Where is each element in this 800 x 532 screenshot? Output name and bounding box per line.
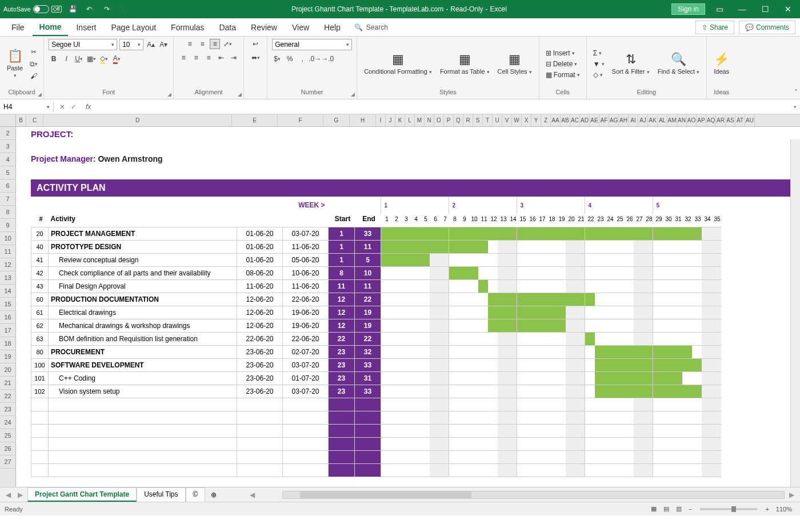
table-row[interactable]	[31, 437, 721, 450]
column-header[interactable]: D	[43, 114, 232, 126]
row-header[interactable]: 9	[0, 219, 15, 232]
redo-icon[interactable]: ↷▾	[102, 5, 115, 13]
tab-home[interactable]: Home	[33, 19, 69, 36]
italic-icon[interactable]: I	[61, 54, 71, 64]
table-row[interactable]	[31, 398, 721, 411]
page-break-view-icon[interactable]: ▥	[673, 505, 685, 513]
undo-icon[interactable]: ↶▾	[84, 5, 97, 13]
table-row[interactable]: 62Mechanical drawings & workshop drawing…	[31, 319, 721, 332]
font-launcher-icon[interactable]: ◢	[167, 91, 171, 97]
accounting-icon[interactable]: $▾	[272, 54, 282, 64]
table-row[interactable]: 20PROJECT MANAGEMENT01-06-2003-07-20133	[31, 227, 721, 240]
search-box[interactable]: 🔍 Search	[349, 23, 394, 31]
row-header[interactable]: 12	[0, 258, 15, 271]
cell-styles-button[interactable]: ▦Cell Styles ▾	[495, 51, 534, 77]
column-header[interactable]: AO	[687, 114, 697, 126]
fill-button[interactable]: ▼▾	[591, 59, 606, 69]
percent-icon[interactable]: %	[285, 54, 295, 64]
find-select-button[interactable]: 🔍Find & Select ▾	[655, 51, 702, 77]
grow-font-icon[interactable]: A▴	[146, 39, 156, 50]
autosave-toggle[interactable]: AutoSave Off	[3, 5, 62, 13]
underline-icon[interactable]: U▾	[74, 54, 84, 64]
column-header[interactable]: M	[415, 114, 425, 126]
column-header[interactable]: AC	[570, 114, 580, 126]
zoom-out-icon[interactable]: −	[685, 506, 695, 513]
row-header[interactable]: 10	[0, 232, 15, 245]
row-header[interactable]: 14	[0, 285, 15, 298]
row-header[interactable]: 23	[0, 403, 15, 416]
row-header[interactable]: 25	[0, 429, 15, 442]
table-row[interactable]: 43Final Design Approval11-06-2011-06-201…	[31, 279, 721, 293]
save-icon[interactable]: 💾	[66, 5, 79, 13]
column-header[interactable]: AE	[590, 114, 599, 126]
column-header[interactable]: AL	[658, 114, 667, 126]
sheet-tab[interactable]: Project Gantt Chart Template	[27, 487, 137, 502]
column-header[interactable]: AR	[716, 114, 726, 126]
table-row[interactable]: 100SOFTWARE DEVELOPMENT23-06-2003-07-202…	[31, 358, 721, 371]
expand-formula-bar-icon[interactable]: ▾	[790, 104, 800, 110]
column-header[interactable]: AI	[629, 114, 638, 126]
align-center-icon[interactable]: ≡	[191, 53, 201, 63]
column-header[interactable]: H	[350, 114, 376, 126]
column-header[interactable]: AQ	[706, 114, 716, 126]
column-header[interactable]: T	[483, 114, 493, 126]
increase-indent-icon[interactable]: ⇥	[229, 53, 239, 63]
table-row[interactable]	[31, 463, 721, 477]
column-header[interactable]: E	[232, 114, 278, 126]
row-header[interactable]: 16	[0, 311, 15, 324]
tab-data[interactable]: Data	[212, 19, 243, 35]
zoom-in-icon[interactable]: +	[762, 506, 772, 513]
hscroll-left-icon[interactable]: ◀	[247, 491, 257, 499]
column-header[interactable]: AH	[619, 114, 629, 126]
column-header[interactable]: U	[493, 114, 502, 126]
sheet-grid[interactable]: 2345678910111213141516171819202122232425…	[0, 127, 800, 487]
column-header[interactable]: Y	[531, 114, 541, 126]
column-header[interactable]: AS	[726, 114, 735, 126]
comma-icon[interactable]: ,	[297, 54, 307, 64]
table-row[interactable]: 80PROCUREMENT23-06-2002-07-202332	[31, 345, 721, 358]
row-header[interactable]: 7	[0, 193, 15, 206]
minimize-icon[interactable]: —	[734, 5, 751, 14]
zoom-slider[interactable]	[700, 508, 757, 510]
fx-icon[interactable]: fx	[82, 103, 94, 111]
column-header[interactable]: AU	[745, 114, 755, 126]
tab-review[interactable]: Review	[244, 19, 284, 35]
ribbon-display-icon[interactable]: ▭	[711, 5, 728, 14]
maximize-icon[interactable]: ☐	[757, 5, 774, 14]
row-header[interactable]: 22	[0, 390, 15, 403]
column-header[interactable]: AT	[735, 114, 745, 126]
collapse-ribbon-icon[interactable]: ˄	[794, 89, 798, 97]
page-layout-view-icon[interactable]: ▤	[660, 505, 673, 513]
column-header[interactable]: P	[444, 114, 454, 126]
paste-button[interactable]: 📋 Paste▾	[5, 47, 25, 80]
clipboard-launcher-icon[interactable]: ◢	[38, 91, 42, 97]
table-row[interactable]: 41Review conceptual design01-06-2005-06-…	[31, 253, 721, 266]
border-icon[interactable]: ▦▾	[86, 54, 97, 64]
close-icon[interactable]: ✕	[779, 5, 797, 14]
share-button[interactable]: ⇧ Share	[695, 21, 734, 34]
row-headers[interactable]: 2345678910111213141516171819202122232425…	[0, 127, 16, 487]
row-header[interactable]: 13	[0, 271, 15, 285]
column-header[interactable]: F	[278, 114, 323, 126]
gantt-table[interactable]: WEEK >12345#ActivityStartEnd123456789101…	[31, 197, 721, 477]
column-header[interactable]: AB	[561, 114, 570, 126]
zoom-level[interactable]: 110%	[773, 506, 795, 513]
column-header[interactable]: I	[376, 114, 386, 126]
table-row[interactable]	[31, 411, 721, 424]
normal-view-icon[interactable]: ▦	[647, 505, 660, 513]
signin-button[interactable]: Sign in	[671, 3, 705, 15]
align-bottom-icon[interactable]: ≡	[210, 39, 220, 49]
conditional-formatting-button[interactable]: ▦Conditional Formatting ▾	[362, 51, 434, 77]
row-header[interactable]: 4	[0, 153, 15, 166]
shrink-font-icon[interactable]: A▾	[158, 39, 169, 50]
column-header[interactable]: Z	[541, 114, 551, 126]
increase-decimal-icon[interactable]: .0→	[310, 54, 320, 64]
column-header[interactable]: AP	[697, 114, 706, 126]
autosum-button[interactable]: Σ▾	[591, 49, 606, 58]
column-header[interactable]: O	[434, 114, 444, 126]
column-header[interactable]: AK	[648, 114, 658, 126]
row-header[interactable]: 6	[0, 179, 15, 193]
sort-filter-button[interactable]: ⇅Sort & Filter ▾	[610, 51, 652, 77]
cut-icon[interactable]: ✂	[29, 47, 39, 57]
orientation-icon[interactable]: ⤢▾	[222, 39, 233, 49]
